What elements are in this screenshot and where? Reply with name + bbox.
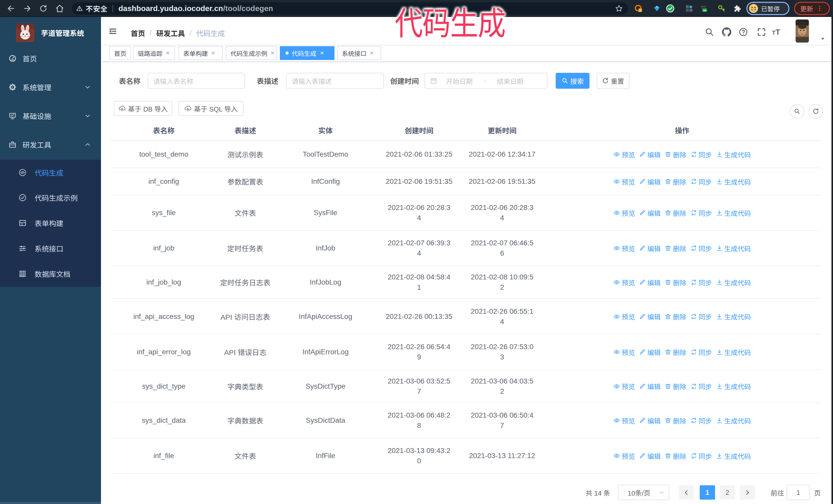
svg-text:on: on <box>703 9 706 12</box>
svg-text:1: 1 <box>640 9 641 12</box>
